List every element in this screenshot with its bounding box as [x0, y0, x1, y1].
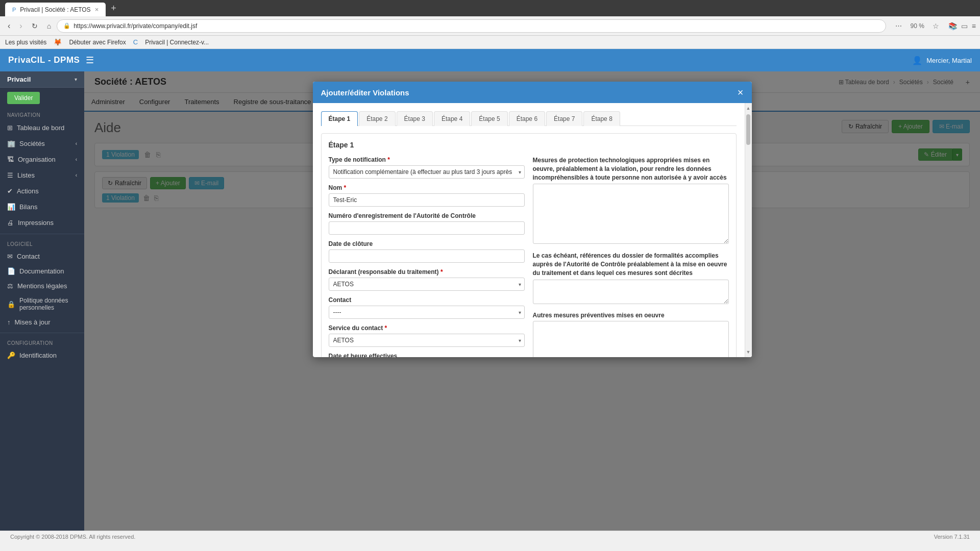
form-group-numero: Numéro d'enregistrement de l'Autorité de… [329, 212, 525, 235]
label-date-heure: Date et heure effectives [329, 353, 525, 357]
references-textarea[interactable] [533, 280, 729, 304]
form-group-autres-mesures: Autres mesures préventives mises en oeuv… [533, 312, 729, 357]
bookmark-button[interactable]: ☆ [929, 20, 942, 32]
label-numero: Numéro d'enregistrement de l'Autorité de… [329, 212, 525, 219]
zoom-level[interactable]: 90 % [907, 21, 927, 31]
sidebar-item-mises-a-jour[interactable]: ↑ Mises à jour [0, 315, 84, 330]
tab-etape5[interactable]: Étape 5 [471, 111, 507, 126]
forward-button[interactable]: › [16, 19, 26, 33]
sidebar-item-tableau-de-bord[interactable]: ⊞ Tableau de bord [0, 120, 84, 136]
date-cloture-input[interactable] [329, 249, 525, 263]
home-button[interactable]: ⌂ [43, 20, 55, 32]
form-group-declarant: Déclarant (responsable du traitement) * … [329, 268, 525, 291]
configuration-section-label: Configuration [0, 336, 84, 348]
label-contact: Contact [329, 296, 525, 304]
modal-header: Ajouter/éditer Violations × [313, 82, 752, 103]
browser-actions: ⋯ 90 % ☆ [888, 20, 942, 32]
politique-icon: 🔒 [7, 300, 15, 308]
sidebar-item-listes[interactable]: ☰ Listes ‹ [0, 167, 84, 183]
label-references: Le cas échéant, références du dossier de… [533, 252, 729, 277]
modal-overlay[interactable]: Ajouter/éditer Violations × Étape 1 Étap… [84, 71, 980, 531]
bookmark-privacil[interactable]: Privacil | Connectez-v... [145, 39, 209, 46]
tab-etape6[interactable]: Étape 6 [509, 111, 545, 126]
form-group-contact: Contact ---- ▾ [329, 296, 525, 319]
tab-etape8[interactable]: Étape 8 [583, 111, 620, 126]
organisation-icon: 🏗 [7, 156, 14, 163]
scrollbar-up-arrow[interactable]: ▲ [745, 104, 752, 112]
label-date-cloture: Date de clôture [329, 240, 525, 247]
sidebar-item-identification[interactable]: 🔑 Identification [0, 348, 84, 363]
modal-content: Étape 1 Étape 2 Étape 3 Étape 4 Étape 5 … [313, 103, 745, 357]
documentation-icon: 📄 [7, 267, 15, 275]
privacil-dropdown[interactable]: Privacil ▾ [0, 71, 84, 88]
url-text: https://www.privacil.fr/private/company/… [74, 22, 879, 30]
sidebar-item-documentation[interactable]: 📄 Documentation [0, 264, 84, 279]
address-bar[interactable]: 🔒 https://www.privacil.fr/private/compan… [57, 19, 886, 33]
extensions-button[interactable]: ⋯ [892, 20, 905, 31]
societes-icon: 🏢 [7, 140, 15, 147]
label-declarant: Déclarant (responsable du traitement) * [329, 268, 525, 276]
type-notification-select[interactable]: Notification complémentaire (à effectuer… [329, 165, 525, 179]
mesures-textarea[interactable] [533, 184, 729, 244]
browser-tab-active[interactable]: P Privacil | Société : AETOS × [5, 3, 106, 16]
org-arrow-icon: ‹ [76, 157, 77, 162]
hamburger-icon[interactable]: ☰ [86, 55, 94, 66]
bookmark-firefox[interactable]: Débuter avec Firefox [69, 39, 126, 46]
contact-select[interactable]: ---- [329, 306, 525, 319]
sidebar-item-actions[interactable]: ✔ Actions [0, 183, 84, 199]
nom-input[interactable] [329, 193, 525, 207]
library-icon[interactable]: 📚 [948, 22, 957, 30]
tab-etape7[interactable]: Étape 7 [546, 111, 582, 126]
form-group-date-heure: Date et heure effectives [329, 353, 525, 357]
scrollbar-down-arrow[interactable]: ▼ [745, 348, 752, 356]
contact-icon: ✉ [7, 253, 13, 260]
sidebar-item-societes[interactable]: 🏢 Sociétés ‹ [0, 136, 84, 152]
label-service: Service du contact * [329, 324, 525, 332]
main-content: Société : AETOS ⊞ Tableau de bord › Soci… [84, 71, 980, 531]
sidebar-item-mentions-legales[interactable]: ⚖ Mentions légales [0, 279, 84, 293]
sidebar-toggle-icon[interactable]: ▭ [961, 22, 968, 30]
logiciel-section-label: Logiciel [0, 237, 84, 249]
bilans-icon: 📊 [7, 203, 15, 211]
tab-etape2[interactable]: Étape 2 [359, 111, 395, 126]
new-tab-button[interactable]: + [108, 3, 119, 14]
identification-icon: 🔑 [7, 352, 15, 359]
tab-etape4[interactable]: Étape 4 [434, 111, 470, 126]
sidebar-item-politique[interactable]: 🔒 Politique données personnelles [0, 293, 84, 315]
sidebar: Privacil ▾ Valider Navigation ⊞ Tableau … [0, 71, 84, 531]
reload-button[interactable]: ↻ [28, 20, 41, 32]
modal-scrollbar[interactable]: ▲ ▼ [745, 103, 752, 357]
mentions-icon: ⚖ [7, 282, 13, 290]
tab-favicon: P [12, 7, 16, 13]
app-footer: Copyright © 2008-2018 DPMS. All rights r… [0, 531, 980, 542]
user-name: Mercier, Martial [926, 57, 972, 64]
form-group-nom: Nom * [329, 184, 525, 207]
service-select[interactable]: AETOS [329, 334, 525, 347]
scrollbar-track [745, 112, 752, 348]
tab-etape3[interactable]: Étape 3 [397, 111, 433, 126]
sidebar-item-contact[interactable]: ✉ Contact [0, 249, 84, 264]
declarant-select[interactable]: AETOS [329, 278, 525, 291]
overflow-menu-icon[interactable]: ≡ [972, 22, 976, 30]
browser-chrome: P Privacil | Société : AETOS × + [0, 0, 980, 16]
label-mesures: Mesures de protection technologiques app… [533, 156, 729, 182]
sidebar-item-bilans[interactable]: 📊 Bilans [0, 199, 84, 215]
label-type-notification: Type de notification * [329, 156, 525, 163]
tab-close-icon[interactable]: × [95, 6, 99, 13]
scrollbar-thumb[interactable] [746, 114, 750, 145]
bookmark-visited[interactable]: Les plus visités [5, 39, 46, 46]
lock-icon: 🔒 [63, 22, 70, 29]
mises-a-jour-icon: ↑ [7, 318, 11, 326]
sidebar-item-organisation[interactable]: 🏗 Organisation ‹ [0, 152, 84, 167]
tab-etape1[interactable]: Étape 1 [321, 111, 358, 126]
listes-arrow-icon: ‹ [76, 172, 77, 178]
dashboard-icon: ⊞ [7, 124, 13, 132]
back-button[interactable]: ‹ [4, 19, 14, 33]
valider-button[interactable]: Valider [7, 92, 40, 104]
autres-mesures-textarea[interactable] [533, 321, 729, 357]
impressions-icon: 🖨 [7, 219, 14, 227]
sidebar-item-impressions[interactable]: 🖨 Impressions [0, 215, 84, 231]
modal-close-button[interactable]: × [738, 87, 744, 97]
required-star-nom: * [344, 184, 347, 191]
numero-input[interactable] [329, 221, 525, 235]
